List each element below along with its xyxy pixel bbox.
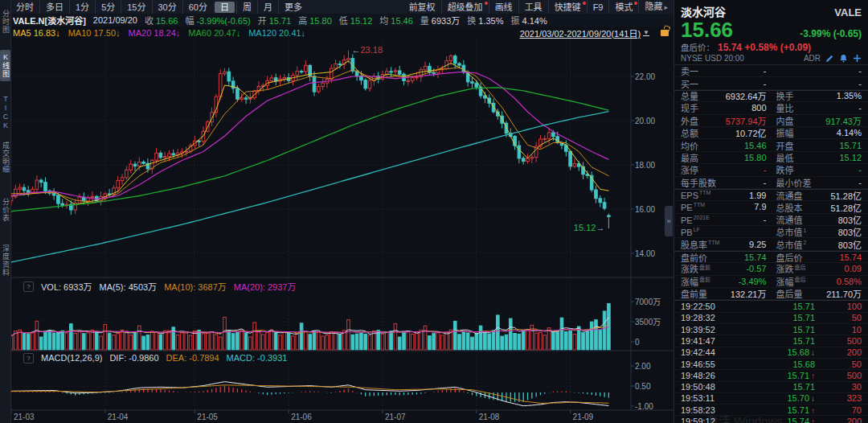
stat-label: 涨停 xyxy=(681,163,698,176)
quote-field: 幅-3.99%(-0.65) xyxy=(185,14,250,27)
stat-cell: 总股本51.28亿 xyxy=(776,201,862,214)
help-icon[interactable]: ? xyxy=(23,281,34,292)
lock-open-icon[interactable] xyxy=(661,30,669,36)
macd-indicator-value: DEA: -0.7894 xyxy=(166,353,219,363)
stat-label: 涨幅盘后 xyxy=(776,275,806,288)
date-range-selector[interactable]: 2021/03/02-2021/09/20(141日) ▼ xyxy=(520,27,649,39)
trade-price: 15.74↑ xyxy=(739,417,815,423)
stat-value: 15.71 xyxy=(839,141,862,150)
stat-label: 涨跌盘后 xyxy=(776,262,806,275)
trade-volume: 100 xyxy=(815,302,862,311)
tape-row[interactable]: 19:59:1215.74↑200 xyxy=(674,416,868,423)
help-icon[interactable]: ? xyxy=(23,353,34,363)
tape-row[interactable]: 19:50:4815.7130 xyxy=(674,382,868,393)
sidebar-item-price-table[interactable]: 分价表 xyxy=(0,198,10,222)
stat-row: 涨幅盘前-3.49%涨幅盘后0.58% xyxy=(674,276,868,288)
stat-cell: 开盘15.71 xyxy=(776,139,862,152)
tool-button-1[interactable]: 超级叠加 xyxy=(441,1,489,14)
tool-button-3[interactable]: 工具 xyxy=(518,1,548,14)
stat-row: 现手800量比- xyxy=(674,102,868,114)
bell-icon[interactable] xyxy=(839,54,848,63)
period-tab-4[interactable]: 15分 xyxy=(121,1,151,14)
add-icon[interactable] xyxy=(853,54,862,63)
sidebar-item-tick[interactable]: TICK xyxy=(0,95,10,130)
stat-label: 振幅 xyxy=(776,126,794,139)
stat-value: - xyxy=(858,79,862,88)
period-tab-7[interactable]: 日 xyxy=(215,2,235,13)
stat-cell: 总市值2803亿 xyxy=(776,238,862,251)
stat-value: 1.99 xyxy=(749,191,766,200)
stat-cell: 最小价差- xyxy=(776,176,862,189)
tool-button-2[interactable]: 画线 xyxy=(489,1,518,14)
sidebar-item-kline[interactable]: K线图 xyxy=(0,50,10,81)
symbol-label: VALE.N[淡水河谷] xyxy=(13,14,86,27)
stat-label: 总量 xyxy=(681,89,698,102)
stat-label: PE2021E xyxy=(681,215,710,225)
quote-field: 低15.12 xyxy=(339,14,373,27)
tool-button-0[interactable]: 前复权 xyxy=(403,1,441,14)
quote-field: 振4.14% xyxy=(511,14,547,27)
stat-cell: 换手1.35% xyxy=(776,89,862,102)
period-tab-0[interactable]: 分时 xyxy=(10,1,39,14)
tape-row[interactable]: 19:41:4715.71500 xyxy=(674,335,868,347)
stat-row: PBLF总市值1803亿 xyxy=(674,226,868,238)
stat-value: 1.35% xyxy=(837,91,862,101)
stat-value: -3.49% xyxy=(739,277,767,286)
period-tab-8[interactable]: 周 xyxy=(236,1,257,14)
stat-label: 流通盘 xyxy=(776,189,803,202)
sidebar-item-time-chart[interactable]: 分时图 xyxy=(0,10,10,34)
stat-label: 卖一 xyxy=(681,64,698,77)
period-tab-9[interactable]: 月 xyxy=(257,1,278,14)
stat-row: 盘前量132.21万盘后量211.70万 xyxy=(674,288,868,300)
stat-row: 买一-- xyxy=(674,77,868,89)
tool-button-6[interactable]: 模式 xyxy=(608,1,638,14)
svg-text:15.12→: 15.12→ xyxy=(574,223,605,232)
period-tab-5[interactable]: 30分 xyxy=(152,1,182,14)
stat-value: - xyxy=(858,103,862,113)
trade-price: 15.68 xyxy=(739,359,815,369)
stat-cell: 振幅4.14% xyxy=(776,126,862,139)
stat-value: 4.14% xyxy=(837,128,862,138)
sidebar-item-trade-detail[interactable]: 成交明细 xyxy=(0,142,10,174)
edit-icon[interactable] xyxy=(825,54,834,63)
period-tab-6[interactable]: 60分 xyxy=(182,1,213,14)
tool-button-4[interactable]: 快捷键 xyxy=(548,1,587,14)
panel-collapse-handle[interactable]: » xyxy=(665,206,673,236)
stat-label: 现手 xyxy=(681,101,698,114)
sidebar-item-depth-info[interactable]: 深度资料 xyxy=(0,244,10,277)
trade-price-value: 15.71 xyxy=(792,336,815,346)
svg-text:21-03: 21-03 xyxy=(14,413,35,421)
stat-label: 涨幅盘前 xyxy=(681,275,710,288)
stat-cell: - xyxy=(776,79,862,88)
stat-value: 803亿 xyxy=(838,225,862,238)
adr-label: ADR xyxy=(804,54,821,63)
stat-value: - xyxy=(764,165,767,175)
tape-row[interactable]: 19:46:5515.6850 xyxy=(674,359,868,370)
ma-value: MA5 16.83↓ xyxy=(13,28,60,38)
trade-price-value: 15.71 xyxy=(792,382,815,392)
trade-time: 19:58:23 xyxy=(681,405,739,415)
tool-button-7[interactable]: 隐藏▸ xyxy=(638,0,674,14)
quote-field: 均15.46 xyxy=(379,14,413,27)
tape-row[interactable]: 19:22:5015.71100 xyxy=(674,301,868,312)
svg-text:20.00: 20.00 xyxy=(635,117,655,125)
field-value: 15.71 xyxy=(269,16,292,26)
period-tab-1[interactable]: 多日 xyxy=(39,1,69,14)
tape-row[interactable]: 19:39:5215.7110 xyxy=(674,324,868,335)
tape-row[interactable]: 19:53:1115.70↓323 xyxy=(674,393,868,405)
tape-row[interactable]: 19:48:2615.71↑500 xyxy=(674,370,868,381)
svg-text:2.00: 2.00 xyxy=(635,362,651,371)
trade-time: 19:42:44 xyxy=(681,347,739,357)
period-tab-10[interactable]: 更多 xyxy=(278,1,308,14)
tool-button-5[interactable]: F9 xyxy=(587,1,609,14)
kline-chart[interactable]: 22.0020.0018.0016.0014.0021-0321-0421-05… xyxy=(10,39,674,423)
trade-volume: 200 xyxy=(815,417,862,423)
period-tab-3[interactable]: 5分 xyxy=(95,1,121,14)
tape-row[interactable]: 19:42:4415.68↓200 xyxy=(674,347,868,359)
stat-cell: 涨跌盘前-0.57 xyxy=(681,262,767,275)
tape-row[interactable]: 19:58:2315.71↑70 xyxy=(674,405,868,416)
stat-cell: 量比- xyxy=(776,101,862,114)
period-tab-2[interactable]: 1分 xyxy=(69,1,95,14)
stat-cell: 股息率TTM9.25 xyxy=(681,238,767,251)
tape-row[interactable]: 19:28:3215.7150 xyxy=(674,313,868,324)
